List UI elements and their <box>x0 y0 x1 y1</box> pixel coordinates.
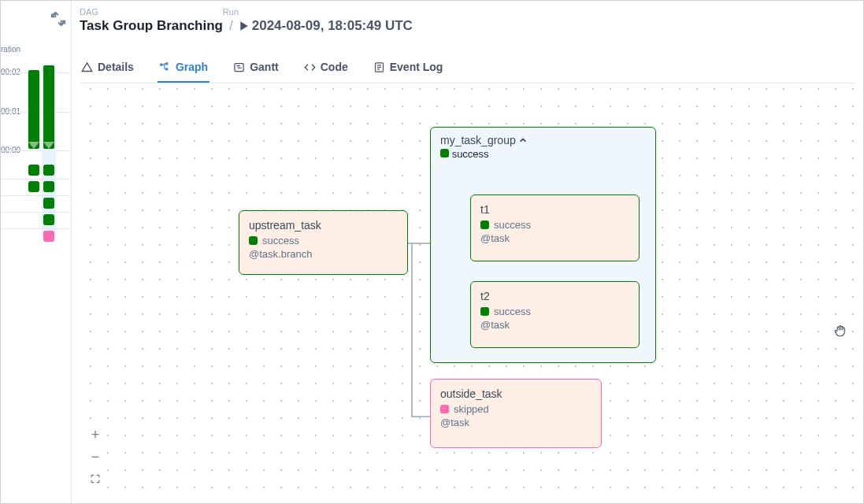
tree-status-square[interactable] <box>43 165 54 176</box>
group-title: my_task_group <box>440 134 516 146</box>
breadcrumb-dag-label: DAG <box>80 7 98 17</box>
graph-icon <box>159 61 171 73</box>
task-decorator: @task <box>480 319 629 331</box>
status-text: success <box>494 219 531 231</box>
run-timestamp[interactable]: 2024-08-09, 18:05:49 UTC <box>239 18 413 34</box>
details-icon <box>81 61 93 73</box>
header: DAG Run Task Group Branching / 2024-08-0… <box>80 7 855 34</box>
tree-status-square[interactable] <box>28 165 39 176</box>
run-timestamp-text: 2024-08-09, 18:05:49 UTC <box>252 18 413 34</box>
gantt-icon <box>233 61 245 73</box>
task-node-t2[interactable]: t2 success @task <box>470 281 640 348</box>
event-log-icon <box>373 61 385 73</box>
zoom-in-button[interactable]: + <box>85 424 106 445</box>
task-group-box[interactable]: my_task_group success t1 success @task t… <box>430 127 656 363</box>
task-title: t1 <box>480 203 629 216</box>
svg-rect-2 <box>165 68 168 70</box>
duration-label: ration <box>1 45 20 54</box>
tab-label: Details <box>98 61 134 73</box>
collapse-tree-icon[interactable] <box>50 10 67 28</box>
tree-status-square[interactable] <box>43 181 54 192</box>
fit-screen-button[interactable] <box>85 469 106 489</box>
task-decorator: @task.branch <box>249 248 398 260</box>
tree-status-square[interactable] <box>43 231 54 242</box>
zoom-controls: + − <box>85 424 106 489</box>
zoom-out-button[interactable]: − <box>85 447 106 467</box>
graph-canvas[interactable]: upstream_task success @task.branch my_ta… <box>77 78 857 497</box>
status-text: skipped <box>454 403 489 415</box>
play-icon <box>239 20 249 32</box>
status-square-success <box>480 220 489 229</box>
status-square-success <box>249 236 258 245</box>
tab-label: Gantt <box>250 61 279 73</box>
task-decorator: @task <box>440 417 591 428</box>
status-square-success <box>440 149 449 158</box>
task-title: upstream_task <box>249 219 398 232</box>
status-square-skipped <box>440 405 449 413</box>
task-node-outside[interactable]: outside_task skipped @task <box>430 379 602 448</box>
status-square-success <box>480 307 489 316</box>
tab-label: Graph <box>176 61 208 73</box>
tree-status-square[interactable] <box>43 214 54 225</box>
run-bar-2[interactable] <box>43 65 54 149</box>
tab-label: Code <box>321 61 348 73</box>
pan-cursor-icon <box>833 324 847 338</box>
breadcrumb-run-label: Run <box>105 7 239 17</box>
tree-status-square[interactable] <box>28 181 39 192</box>
timeline-panel: ration 00:02 00:01 00:00 <box>1 1 72 503</box>
tree-status-square[interactable] <box>43 198 54 209</box>
svg-rect-1 <box>165 62 168 65</box>
status-text: success <box>494 306 531 317</box>
breadcrumb-sep: / <box>229 18 233 34</box>
task-title: outside_task <box>440 387 591 400</box>
svg-rect-0 <box>160 63 162 65</box>
status-text: success <box>452 148 489 160</box>
task-node-upstream[interactable]: upstream_task success @task.branch <box>239 210 408 275</box>
code-icon <box>304 61 316 73</box>
run-bar-1[interactable] <box>28 70 39 149</box>
chevron-up-icon[interactable] <box>519 136 527 144</box>
status-text: success <box>262 235 299 246</box>
breadcrumb-labels: DAG Run <box>80 7 855 17</box>
tab-label: Event Log <box>390 61 443 73</box>
task-title: t2 <box>480 290 629 302</box>
task-decorator: @task <box>480 232 629 244</box>
task-node-t1[interactable]: t1 success @task <box>470 195 640 261</box>
dag-name[interactable]: Task Group Branching <box>80 18 223 34</box>
